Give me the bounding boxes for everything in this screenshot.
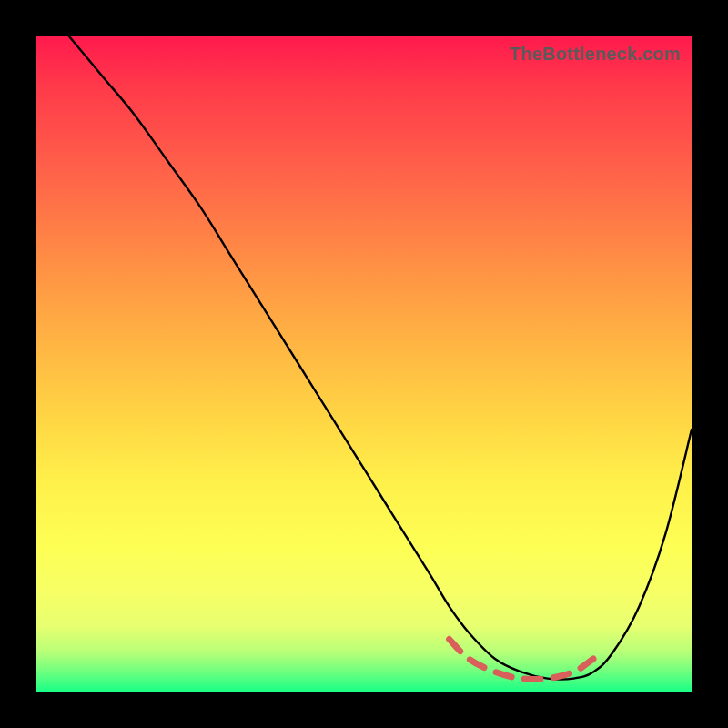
- optimal-range-highlight: [450, 639, 593, 679]
- chart-svg: [36, 36, 692, 692]
- bottleneck-curve: [69, 36, 692, 680]
- watermark-text: TheBottleneck.com: [510, 44, 681, 65]
- chart-plot-area: TheBottleneck.com: [36, 36, 692, 692]
